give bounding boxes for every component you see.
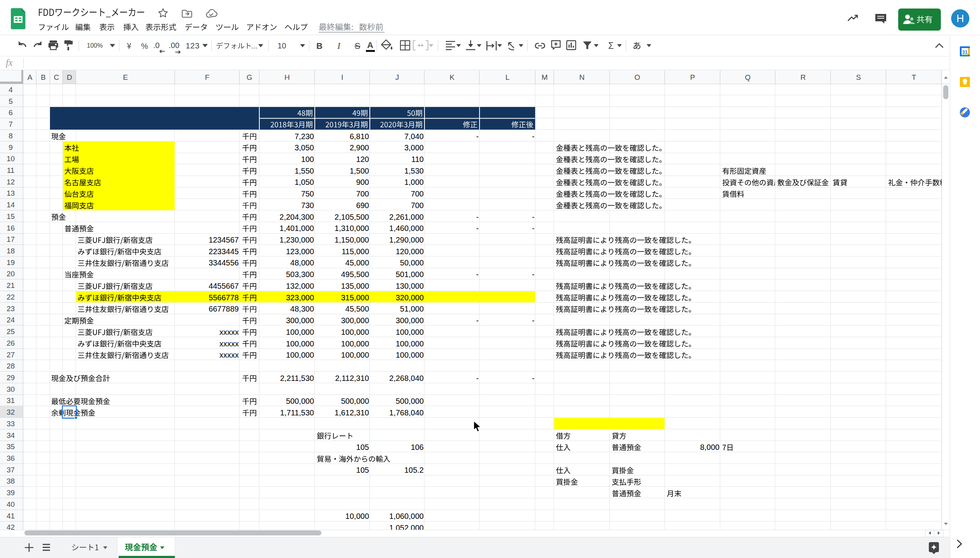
svg-text:900: 900 [356,178,369,186]
svg-text:2,204,300: 2,204,300 [280,213,314,221]
svg-text:1,290,000: 1,290,000 [389,236,424,244]
svg-text:9: 9 [9,143,13,152]
svg-text:700: 700 [411,201,424,210]
svg-text:23: 23 [7,305,15,313]
svg-text:50,000: 50,000 [400,258,424,267]
svg-text:-: - [532,270,535,279]
svg-text:1,530: 1,530 [404,167,424,175]
svg-text:320,000: 320,000 [396,293,424,302]
svg-text:S: S [355,41,361,51]
svg-text:xxxxx: xxxxx [219,339,239,348]
svg-text:2,105,500: 2,105,500 [335,213,369,221]
svg-text:1,460,000: 1,460,000 [389,224,424,232]
svg-text:-: - [476,132,479,141]
svg-text:21: 21 [7,281,15,289]
svg-text:100,000: 100,000 [396,328,424,336]
svg-text:690: 690 [356,201,369,210]
svg-text:30: 30 [7,385,15,393]
svg-text:2,268,040: 2,268,040 [389,374,424,382]
svg-text:110: 110 [411,155,424,164]
svg-text:29: 29 [7,374,15,382]
svg-text:100,000: 100,000 [286,351,314,359]
svg-text:132,000: 132,000 [286,282,314,290]
svg-text:1,230,000: 1,230,000 [280,236,314,244]
svg-text:500,000: 500,000 [396,397,424,405]
svg-text:5566778: 5566778 [209,293,239,302]
svg-text:2,900: 2,900 [350,143,369,152]
svg-text:100,000: 100,000 [341,328,369,336]
svg-text:300,000: 300,000 [286,316,314,325]
svg-text:2,261,000: 2,261,000 [389,213,424,221]
svg-text:36: 36 [7,454,15,462]
svg-text:6677889: 6677889 [209,305,239,313]
svg-text:1,768,040: 1,768,040 [389,408,424,417]
svg-text:700: 700 [411,189,424,198]
svg-text:120: 120 [356,155,369,164]
svg-text:1,150,000: 1,150,000 [335,236,369,244]
svg-text:500,000: 500,000 [341,397,369,405]
svg-text:120,000: 120,000 [396,247,424,256]
svg-text:300,000: 300,000 [341,316,369,325]
svg-text:19: 19 [7,258,15,267]
svg-text:1,550: 1,550 [295,167,314,175]
svg-text:fx: fx [6,57,13,68]
svg-text:48,300: 48,300 [290,305,314,313]
svg-text:K: K [450,73,455,81]
svg-text:503,300: 503,300 [286,270,314,279]
svg-text:-: - [476,270,479,279]
svg-text:37: 37 [7,466,15,474]
svg-text:1,310,000: 1,310,000 [335,224,369,232]
svg-text:-: - [532,132,535,141]
svg-text:-: - [532,374,535,382]
svg-text:100,000: 100,000 [286,328,314,336]
svg-text:xxxxx: xxxxx [219,328,239,336]
svg-text:M: M [542,73,548,81]
svg-text:G: G [247,73,252,81]
svg-text:45,000: 45,000 [345,258,369,267]
svg-text:45,500: 45,500 [345,305,369,313]
svg-text:700: 700 [356,189,369,198]
svg-text:%: % [141,42,148,50]
svg-text:115,000: 115,000 [342,247,369,256]
svg-text:501,000: 501,000 [396,270,424,279]
svg-text:F: F [205,73,210,81]
svg-text:14: 14 [7,201,15,209]
svg-text:130,000: 130,000 [396,282,424,290]
svg-text:H: H [285,73,290,81]
svg-text:123: 123 [186,41,200,50]
svg-text:7,040: 7,040 [404,132,424,141]
svg-text:-: - [476,213,479,221]
svg-text:8,000: 8,000 [700,443,719,451]
svg-text:1,711,530: 1,711,530 [280,408,314,417]
svg-text:.00: .00 [169,41,179,50]
svg-text:32: 32 [7,408,15,416]
svg-text:O: O [635,73,640,81]
svg-text:T: T [912,73,916,81]
svg-text:27: 27 [7,351,15,359]
svg-text:323,000: 323,000 [286,293,314,302]
svg-text:-: - [476,224,479,232]
svg-text:.0: .0 [153,41,160,50]
svg-text:24: 24 [7,316,15,324]
svg-text:105: 105 [356,443,369,451]
svg-text:-: - [532,213,535,221]
svg-text:105: 105 [356,466,369,474]
svg-text:106: 106 [411,443,424,451]
svg-text:123,000: 123,000 [286,247,314,256]
svg-text:41: 41 [7,512,15,520]
svg-text:28: 28 [7,362,15,370]
svg-text:D: D [67,73,72,81]
svg-text:I: I [337,41,341,51]
svg-text:495,500: 495,500 [341,270,369,279]
svg-text:4: 4 [9,86,13,94]
svg-text:100%: 100% [87,42,103,49]
svg-text:31: 31 [962,50,968,55]
svg-text:100: 100 [301,155,314,164]
svg-text:-: - [476,316,479,325]
svg-text:7: 7 [9,120,13,128]
svg-text:3344556: 3344556 [209,258,239,267]
svg-text:12: 12 [7,178,15,186]
svg-text:31: 31 [7,396,15,405]
svg-text:10,000: 10,000 [345,512,369,520]
svg-text:...: ... [251,42,257,50]
